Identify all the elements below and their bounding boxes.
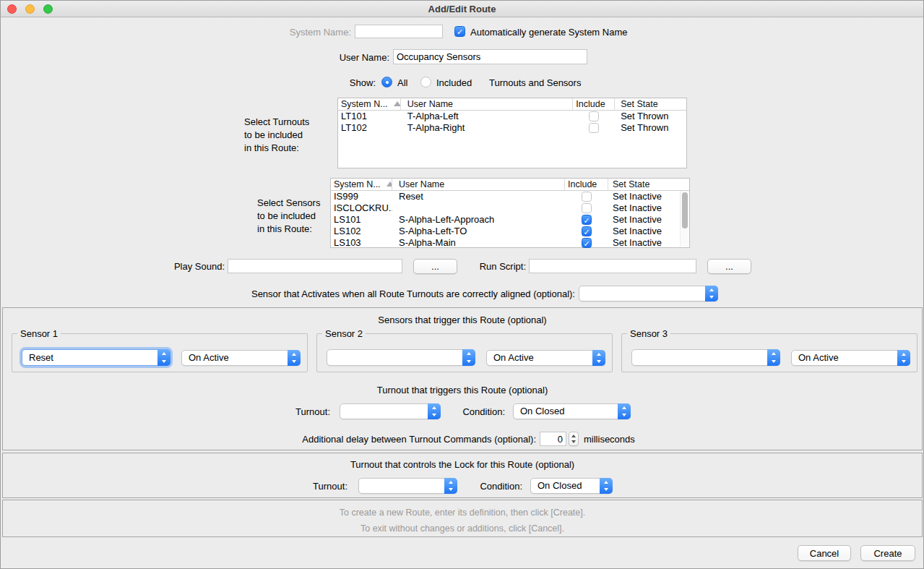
lock-condition-label: Condition: (472, 481, 522, 492)
table-row: LS101 S-Alpha-Left-Approach Set Inactive (331, 214, 689, 226)
include-checkbox[interactable] (589, 123, 599, 133)
cell-set-state[interactable]: Set Thrown (615, 122, 686, 134)
table-row: IS999 Reset Set Inactive (331, 191, 689, 202)
sensor-1-condition-dropdown[interactable]: On Active (181, 350, 301, 366)
trigger-turnout-label: Turnout: (272, 406, 330, 417)
play-sound-input[interactable] (228, 259, 402, 273)
lock-condition-value: On Closed (537, 480, 597, 491)
cell-include (565, 237, 608, 249)
trigger-turnout-dropdown[interactable] (340, 403, 441, 419)
include-checkbox[interactable] (582, 203, 592, 213)
vertical-scrollbar[interactable] (680, 191, 688, 247)
include-checkbox[interactable] (582, 215, 592, 225)
sensor-1-dropdown[interactable]: Reset (22, 349, 170, 366)
browse-script-button[interactable]: ... (707, 259, 751, 274)
turnouts-label-line2: to be included (244, 129, 303, 140)
sensor-2-condition-value: On Active (493, 352, 590, 363)
scrollbar-thumb[interactable] (682, 192, 688, 228)
show-included-radio[interactable] (420, 77, 431, 87)
include-checkbox[interactable] (582, 226, 592, 236)
chevron-updown-icon (897, 350, 910, 366)
sensors-label-line3: in this Route: (257, 223, 312, 234)
lock-condition-dropdown[interactable]: On Closed (530, 478, 613, 494)
chevron-updown-icon (288, 350, 301, 366)
sensor-2-group: Sensor 2 On Active (316, 333, 613, 372)
aligned-sensor-dropdown[interactable] (579, 286, 718, 301)
sensors-label-line1: Select Sensors (257, 197, 320, 208)
sensor-2-condition-dropdown[interactable]: On Active (486, 350, 605, 366)
sort-ascending-icon (387, 181, 392, 187)
cell-user-name: Reset (392, 191, 565, 202)
include-checkbox[interactable] (589, 111, 599, 121)
system-name-input[interactable] (355, 25, 443, 38)
chevron-updown-icon (592, 350, 605, 366)
auto-generate-checkbox[interactable] (454, 26, 465, 37)
cell-set-state[interactable]: Set Inactive (608, 226, 681, 237)
lock-turnout-title: Turnout that controls the Lock for this … (3, 459, 922, 470)
include-checkbox[interactable] (582, 238, 592, 248)
user-name-input[interactable] (393, 49, 587, 64)
turnouts-label-line1: Select Turnouts (244, 116, 309, 127)
column-header-system-name-text: System N... (334, 179, 381, 189)
cell-include (573, 122, 615, 134)
run-script-label: Run Script: (468, 261, 526, 272)
run-script-input[interactable] (529, 259, 696, 273)
show-included-label: Included (436, 77, 472, 88)
cell-include (565, 202, 608, 214)
cell-system-name: LS102 (331, 226, 392, 237)
chevron-updown-icon (767, 349, 780, 366)
cell-system-name: ISCLOCKRU... (331, 202, 392, 214)
sensor-3-condition-dropdown[interactable]: On Active (791, 350, 910, 366)
cell-user-name: S-Alpha-Left-TO (392, 226, 565, 237)
include-checkbox[interactable] (582, 192, 592, 202)
delay-stepper[interactable] (569, 432, 579, 446)
column-header-user-name[interactable]: User Name (401, 98, 574, 110)
cell-set-state[interactable]: Set Inactive (608, 191, 681, 202)
sensors-table: System N... User Name Include Set State … (330, 178, 690, 248)
cell-set-state[interactable]: Set Inactive (608, 237, 681, 249)
cell-set-state[interactable]: Set Inactive (608, 202, 681, 214)
trigger-condition-value: On Closed (520, 406, 616, 416)
turnouts-table: System N... User Name Include Set State … (337, 98, 687, 168)
column-header-system-name[interactable]: System N... (338, 98, 401, 110)
trigger-condition-dropdown[interactable]: On Closed (513, 403, 631, 419)
column-header-user-name[interactable]: User Name (392, 179, 565, 190)
title-bar: Add/Edit Route (1, 1, 923, 17)
table-row: ISCLOCKRU... Set Inactive (331, 202, 689, 214)
lock-turnout-dropdown[interactable] (358, 478, 457, 494)
sensors-table-header: System N... User Name Include Set State (331, 179, 689, 191)
cell-user-name (392, 202, 565, 214)
cancel-button[interactable]: Cancel (798, 545, 851, 561)
chevron-updown-icon (428, 403, 441, 419)
show-all-radio[interactable] (381, 77, 392, 87)
column-header-system-name[interactable]: System N... (331, 179, 392, 190)
column-header-set-state[interactable]: Set State (608, 179, 681, 190)
sensor-3-condition-value: On Active (798, 352, 895, 363)
sensor-3-dropdown[interactable] (631, 349, 780, 366)
create-button[interactable]: Create (860, 545, 915, 561)
column-header-include[interactable]: Include (565, 179, 608, 190)
sensor-1-group: Sensor 1 Reset On Active (12, 333, 308, 372)
column-header-set-state[interactable]: Set State (615, 98, 686, 110)
show-suffix-label: Turnouts and Sensors (489, 77, 581, 88)
sensors-label-line2: to be included (257, 210, 316, 221)
cell-user-name: S-Alpha-Main (392, 237, 565, 249)
system-name-label: System Name: (261, 27, 351, 38)
cell-set-state[interactable]: Set Inactive (608, 214, 681, 226)
sort-ascending-icon (394, 101, 401, 106)
lock-turnout-label: Turnout: (290, 481, 347, 492)
cell-set-state[interactable]: Set Thrown (615, 111, 686, 122)
auto-generate-label: Automatically generate System Name (470, 27, 627, 38)
browse-sound-button[interactable]: ... (413, 259, 457, 274)
chevron-updown-icon (618, 403, 631, 419)
delay-input[interactable] (540, 432, 566, 446)
turnouts-label-line3: in this Route: (244, 142, 299, 153)
sensor-1-value: Reset (29, 352, 155, 363)
sensor-2-dropdown[interactable] (327, 349, 475, 366)
column-header-include[interactable]: Include (573, 98, 615, 110)
lock-turnout-section: Turnout that controls the Lock for this … (2, 453, 923, 498)
hint-line-1: To create a new Route, enter its definit… (3, 508, 922, 518)
delay-label: Additional delay between Turnout Command… (276, 434, 536, 445)
table-row: LS102 S-Alpha-Left-TO Set Inactive (331, 226, 689, 237)
delay-unit-label: milliseconds (584, 434, 635, 445)
